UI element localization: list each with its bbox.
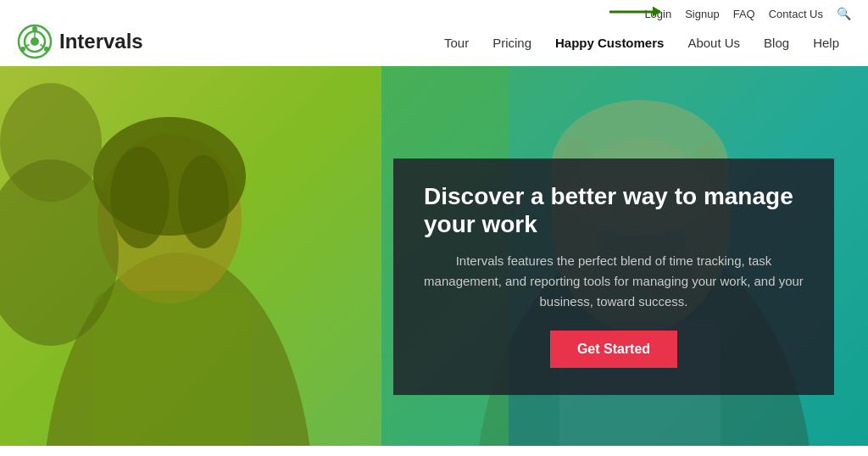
logo-area: Intervals — [17, 24, 143, 66]
header-bottom: Intervals Tour Pricing Happy Customers A… — [0, 24, 868, 66]
faq-link[interactable]: FAQ — [733, 8, 755, 20]
hero-subtext: Intervals features the perfect blend of … — [424, 251, 804, 312]
header: Login Signup FAQ Contact Us 🔍 Intervals — [0, 0, 868, 66]
hero-headline: Discover a better way to manage your wor… — [424, 182, 804, 239]
hero-text-box: Discover a better way to manage your wor… — [393, 158, 834, 395]
logo-icon — [17, 24, 53, 59]
svg-point-3 — [32, 26, 37, 31]
svg-point-2 — [31, 37, 39, 46]
header-top-nav: Login Signup FAQ Contact Us 🔍 — [0, 0, 868, 24]
nav-help[interactable]: Help — [801, 29, 851, 57]
nav-blog[interactable]: Blog — [752, 29, 801, 57]
svg-point-4 — [44, 47, 49, 52]
nav-tour[interactable]: Tour — [432, 29, 481, 57]
svg-point-5 — [20, 47, 25, 52]
signup-link[interactable]: Signup — [685, 8, 719, 20]
main-nav: Tour Pricing Happy Customers About Us Bl… — [432, 29, 851, 62]
nav-happy-customers[interactable]: Happy Customers — [543, 29, 676, 57]
get-started-button[interactable]: Get Started — [550, 331, 677, 368]
green-arrow — [609, 11, 660, 14]
contact-us-link[interactable]: Contact Us — [769, 8, 823, 20]
nav-pricing[interactable]: Pricing — [481, 29, 543, 57]
logo-text: Intervals — [59, 30, 143, 53]
hero-section: Discover a better way to manage your wor… — [0, 66, 868, 446]
nav-about-us[interactable]: About Us — [676, 29, 752, 57]
search-icon[interactable]: 🔍 — [837, 7, 851, 20]
